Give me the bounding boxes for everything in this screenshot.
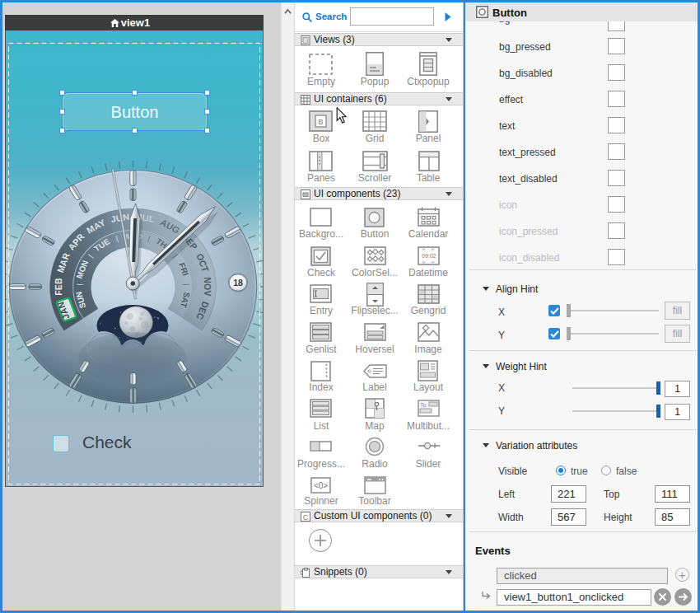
svg-text:09:02: 09:02 [422, 253, 436, 259]
svg-text:C: C [303, 513, 309, 522]
svg-text:B: B [318, 118, 323, 126]
svg-text:To:: To: [420, 402, 427, 408]
svg-text:<0>: <0> [314, 481, 328, 490]
